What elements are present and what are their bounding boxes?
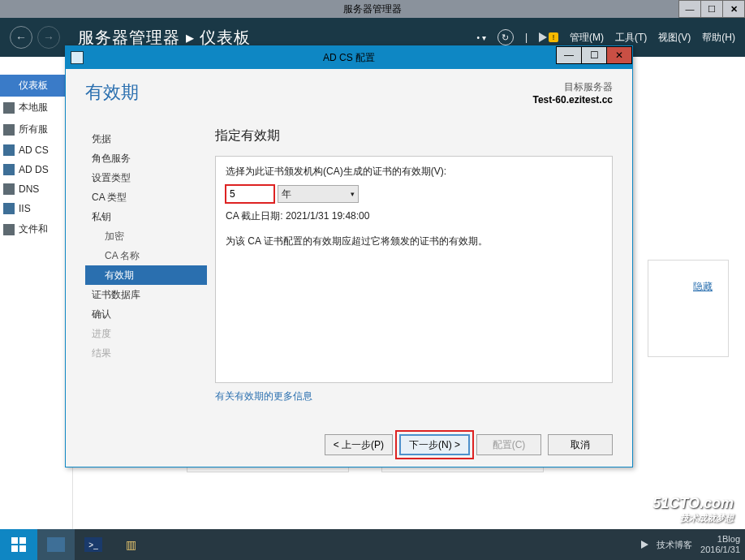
server-manager-icon — [47, 537, 65, 552]
server-icon — [3, 102, 15, 114]
tray-ime-icon[interactable]: 技术博客 — [657, 539, 692, 551]
adcs-config-dialog: AD CS 配置 — ☐ ✕ 有效期 目标服务器 Test-60.ezitest… — [65, 45, 633, 467]
section-title: 指定有效期 — [215, 127, 613, 144]
validity-value-input[interactable] — [226, 185, 274, 203]
taskbar: >_ ▥ 技术博客 1Blog 2016/1/31 — [0, 529, 745, 560]
wizard-step-certdb[interactable]: 证书数据库 — [85, 285, 207, 304]
wizard-step-catype[interactable]: CA 类型 — [85, 187, 207, 207]
sidebar-item-label: 本地服 — [19, 101, 48, 114]
expiry-date-text: CA 截止日期: 2021/1/31 19:48:00 — [226, 209, 602, 223]
wizard-step-cryptography[interactable]: 加密 — [85, 226, 207, 246]
wizard-nav: 凭据 角色服务 设置类型 CA 类型 私钥 加密 CA 名称 有效期 证书数据库… — [85, 124, 207, 423]
file-icon — [3, 224, 15, 235]
sidebar-item-localserver[interactable]: 本地服 — [0, 97, 72, 118]
taskbar-powershell[interactable]: >_ — [75, 529, 112, 560]
sidebar-item-dns[interactable]: DNS — [0, 179, 72, 199]
watermark-sub: 技术成就梦想 — [652, 512, 734, 524]
clock-date: 2016/1/31 — [700, 545, 740, 555]
dialog-title: AD CS 配置 — [323, 51, 375, 65]
taskbar-server-manager[interactable] — [37, 529, 75, 560]
wizard-step-validity[interactable]: 有效期 — [85, 265, 207, 285]
menu-help[interactable]: 帮助(H) — [702, 31, 735, 45]
cancel-button[interactable]: 取消 — [548, 434, 613, 455]
wizard-step-progress: 进度 — [85, 324, 207, 343]
content-box: 选择为此证书颁发机构(CA)生成的证书的有效期(V): 年 ▾ CA 截止日期:… — [215, 156, 613, 383]
validity-unit-select[interactable]: 年 ▾ — [278, 185, 359, 203]
hide-link[interactable]: 隐藏 — [693, 280, 713, 294]
dialog-close-button[interactable]: ✕ — [606, 46, 632, 64]
adcs-icon — [3, 144, 15, 156]
sidebar-item-label: 所有服 — [19, 123, 48, 136]
watermark-main: 51CTO.com — [652, 495, 734, 511]
quickstart-tile — [648, 260, 729, 357]
outer-close-button[interactable]: ✕ — [722, 0, 745, 18]
wizard-step-privatekey[interactable]: 私钥 — [85, 207, 207, 226]
validity-input-row: 年 ▾ — [226, 185, 602, 203]
dialog-header: 有效期 目标服务器 Test-60.ezitest.cc — [66, 69, 632, 124]
outer-window-titlebar: 服务器管理器 — ☐ ✕ — [0, 0, 745, 18]
wizard-step-credentials[interactable]: 凭据 — [85, 129, 207, 149]
outer-window-title: 服务器管理器 — [343, 2, 402, 16]
previous-button[interactable]: < 上一步(P) — [325, 434, 393, 455]
servers-icon — [3, 124, 15, 136]
dialog-content: 指定有效期 选择为此证书颁发机构(CA)生成的证书的有效期(V): 年 ▾ CA… — [207, 124, 613, 423]
adds-icon — [3, 164, 15, 175]
chevron-down-icon: ▾ — [351, 190, 355, 198]
validity-unit-value: 年 — [282, 187, 291, 201]
wizard-step-roleservices[interactable]: 角色服务 — [85, 149, 207, 168]
dialog-titlebar[interactable]: AD CS 配置 — ☐ ✕ — [66, 46, 632, 69]
warning-badge-icon: ! — [549, 32, 558, 42]
nav-forward-button[interactable]: → — [37, 26, 60, 49]
windows-logo-icon — [11, 537, 26, 552]
outer-minimize-button[interactable]: — — [678, 0, 701, 18]
configure-button: 配置(C) — [476, 434, 541, 455]
more-info-link[interactable]: 有关有效期的更多信息 — [215, 390, 613, 403]
dns-icon — [3, 183, 15, 195]
validity-prompt: 选择为此证书颁发机构(CA)生成的证书的有效期(V): — [226, 165, 602, 179]
sidebar-item-label: 文件和 — [19, 222, 48, 236]
sidebar-item-iis[interactable]: IIS — [0, 199, 72, 218]
menu-manage[interactable]: 管理(M) — [570, 31, 604, 45]
outer-window-buttons: — ☐ ✕ — [679, 0, 745, 18]
flag-icon — [539, 32, 547, 42]
dialog-app-icon — [71, 51, 84, 64]
dialog-footer: < 上一步(P) 下一步(N) > 配置(C) 取消 — [66, 423, 632, 467]
sidebar-item-label: 仪表板 — [19, 79, 48, 93]
dialog-window-buttons: — ☐ ✕ — [557, 46, 632, 64]
sidebar-item-adcs[interactable]: AD CS — [0, 140, 72, 160]
wizard-step-setuptype[interactable]: 设置类型 — [85, 168, 207, 187]
taskbar-explorer[interactable]: ▥ — [112, 529, 149, 560]
menu-tools[interactable]: 工具(T) — [615, 31, 647, 45]
sidebar-item-file[interactable]: 文件和 — [0, 218, 72, 240]
notifications-icon[interactable]: ! — [539, 32, 558, 42]
nav-back-button[interactable]: ← — [10, 26, 32, 49]
sidebar-item-label: AD DS — [19, 164, 49, 175]
wizard-step-confirm[interactable]: 确认 — [85, 304, 207, 324]
sidebar-item-label: AD CS — [19, 144, 49, 156]
dialog-maximize-button[interactable]: ☐ — [581, 46, 607, 64]
next-button[interactable]: 下一步(N) > — [399, 434, 470, 455]
powershell-icon: >_ — [84, 537, 102, 552]
sidebar-item-label: IIS — [19, 203, 31, 214]
refresh-icon[interactable]: ↻ — [497, 29, 514, 45]
tray-clock[interactable]: 1Blog 2016/1/31 — [700, 534, 740, 555]
page-title: 有效期 — [85, 80, 139, 124]
clock-time: 1Blog — [700, 534, 740, 545]
sidebar-item-dashboard[interactable]: 仪表板 — [0, 75, 72, 97]
menu-view[interactable]: 视图(V) — [658, 31, 691, 45]
outer-maximize-button[interactable]: ☐ — [700, 0, 723, 18]
validity-note: 为该 CA 证书配置的有效期应超过它将颁发的证书的有效期。 — [226, 235, 602, 248]
wizard-step-caname[interactable]: CA 名称 — [85, 246, 207, 265]
sidebar-item-adds[interactable]: AD DS — [0, 160, 72, 179]
target-server-label: 目标服务器 — [533, 80, 614, 94]
tray-flag-icon[interactable] — [641, 541, 648, 549]
dialog-body: 凭据 角色服务 设置类型 CA 类型 私钥 加密 CA 名称 有效期 证书数据库… — [66, 124, 632, 423]
header-dropdown-icon[interactable]: • ▾ — [477, 33, 486, 42]
wizard-step-results: 结果 — [85, 343, 207, 363]
dialog-minimize-button[interactable]: — — [556, 46, 582, 64]
start-button[interactable] — [0, 529, 37, 560]
sidebar-item-allservers[interactable]: 所有服 — [0, 118, 72, 140]
watermark: 51CTO.com 技术成就梦想 — [652, 495, 734, 524]
server-manager-sidebar: 仪表板 本地服 所有服 AD CS AD DS DNS IIS 文件和 — [0, 57, 73, 529]
target-server-block: 目标服务器 Test-60.ezitest.cc — [533, 80, 614, 124]
